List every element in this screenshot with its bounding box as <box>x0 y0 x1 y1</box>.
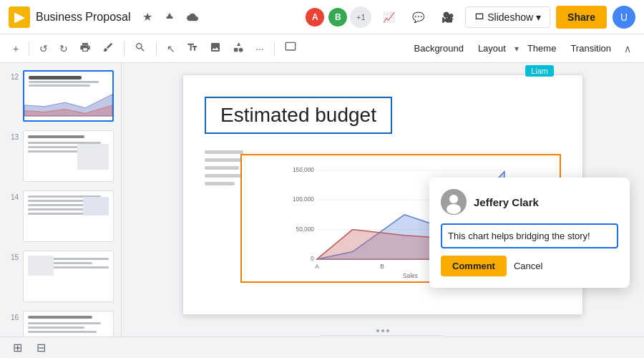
content-line-4 <box>205 174 245 178</box>
toolbar: + ↺ ↻ ↖ ··· Background Layout ▾ Theme Tr… <box>0 34 644 63</box>
comment-input[interactable] <box>441 223 618 248</box>
paint-button[interactable] <box>98 39 118 58</box>
content-line-5 <box>205 182 235 185</box>
commenter-name: Jeffery Clark <box>474 196 539 208</box>
user-avatar[interactable]: U <box>613 6 635 29</box>
comment-button[interactable]: Comment <box>441 256 507 276</box>
avatar-2: B <box>327 6 348 28</box>
background-button[interactable]: Background <box>408 40 469 57</box>
slide-panel: 12 13 <box>0 63 122 358</box>
drive-button[interactable] <box>161 9 178 26</box>
commenter-avatar <box>441 189 467 215</box>
canvas-area: Liam Estimated budget Lori <box>122 63 644 358</box>
slide-num-13: 13 <box>7 133 19 141</box>
comment-popup: Jeffery Clark Comment Cancel <box>429 178 630 288</box>
insert-button[interactable]: + <box>9 40 23 57</box>
content-line-1 <box>205 150 243 154</box>
layout-button[interactable]: Layout <box>472 40 512 57</box>
shapes-button[interactable] <box>228 39 248 58</box>
svg-text:Sales: Sales <box>403 273 418 279</box>
slideshow-label: Slideshow <box>487 11 533 23</box>
slide-preview-12 <box>23 70 114 122</box>
doc-title: Business Proposal <box>36 11 131 24</box>
slide-thumb-14[interactable]: 14 <box>6 189 115 243</box>
header: ▶ Business Proposal ★ A B +1 📈 💬 🎥 Slide… <box>0 0 644 34</box>
svg-text:50,000: 50,000 <box>296 226 315 233</box>
collapse-button[interactable]: ∧ <box>620 40 635 57</box>
avatar-1: A <box>304 6 326 28</box>
avatar-more: +1 <box>350 6 371 28</box>
dot-3 <box>386 329 389 332</box>
print-button[interactable] <box>75 39 95 58</box>
slide-preview-13 <box>23 130 114 182</box>
svg-text:0: 0 <box>311 256 314 262</box>
separator-4 <box>274 42 275 56</box>
meet-button[interactable]: 🎥 <box>436 9 459 26</box>
separator-2 <box>124 42 125 56</box>
cancel-button[interactable]: Cancel <box>514 261 542 271</box>
slide-num-15: 15 <box>7 253 19 261</box>
svg-point-21 <box>447 204 461 214</box>
star-button[interactable]: ★ <box>140 7 155 26</box>
layout-chevron: ▾ <box>514 44 519 54</box>
comment-header: Jeffery Clark <box>441 189 618 215</box>
text-box-button[interactable] <box>182 39 203 58</box>
separator-3 <box>156 42 157 56</box>
transition-button[interactable]: Transition <box>565 40 617 57</box>
slideshow-dropdown-icon: ▾ <box>536 11 541 23</box>
image-button[interactable] <box>205 39 225 58</box>
slide-num-16: 16 <box>7 314 19 321</box>
slide-layout-button[interactable] <box>280 39 301 58</box>
share-button[interactable]: Share <box>556 6 607 29</box>
avatar-group: A B +1 <box>304 6 371 28</box>
slide-preview-15 <box>23 251 114 302</box>
dot-2 <box>381 329 384 332</box>
dots-row <box>376 326 389 335</box>
more-tools-button[interactable]: ··· <box>251 40 268 57</box>
theme-button[interactable]: Theme <box>522 40 562 57</box>
cloud-button[interactable] <box>184 9 201 26</box>
grid-view-1-button[interactable]: ⊞ <box>9 338 26 357</box>
avatar-svg <box>441 189 467 215</box>
comment-actions: Comment Cancel <box>441 256 618 276</box>
slide-thumb-15[interactable]: 15 <box>6 249 115 304</box>
slide-preview-14 <box>23 190 114 242</box>
undo-button[interactable]: ↺ <box>35 40 52 57</box>
estimated-budget-box[interactable]: Estimated budget <box>205 97 392 134</box>
trend-button[interactable]: 📈 <box>377 9 401 26</box>
svg-point-20 <box>449 195 458 203</box>
svg-rect-0 <box>286 42 295 50</box>
dot-1 <box>376 329 379 332</box>
slide-num-12: 12 <box>7 73 19 81</box>
estimated-budget-text: Estimated budget <box>220 104 376 126</box>
svg-text:150,000: 150,000 <box>293 167 314 173</box>
cursor-button[interactable]: ↖ <box>162 40 180 57</box>
slide-num-14: 14 <box>7 193 19 201</box>
svg-text:A: A <box>315 263 319 270</box>
redo-button[interactable]: ↻ <box>55 40 72 57</box>
liam-cursor: Liam <box>525 65 554 77</box>
separator-1 <box>29 42 29 56</box>
slide-thumb-13[interactable]: 13 <box>6 129 115 183</box>
slide-thumb-12[interactable]: 12 <box>6 69 115 123</box>
svg-text:B: B <box>380 263 384 270</box>
main-area: 12 13 <box>0 63 644 358</box>
content-line-3 <box>205 166 239 170</box>
svg-text:100,000: 100,000 <box>293 196 314 203</box>
zoom-button[interactable] <box>130 39 150 58</box>
chat-button[interactable]: 💬 <box>406 9 430 26</box>
app-icon: ▶ <box>9 6 30 28</box>
slideshow-button[interactable]: Slideshow ▾ <box>465 6 550 28</box>
grid-view-2-button[interactable]: ⊟ <box>32 338 50 357</box>
bottom-toolbar: ⊞ ⊟ <box>0 337 644 358</box>
